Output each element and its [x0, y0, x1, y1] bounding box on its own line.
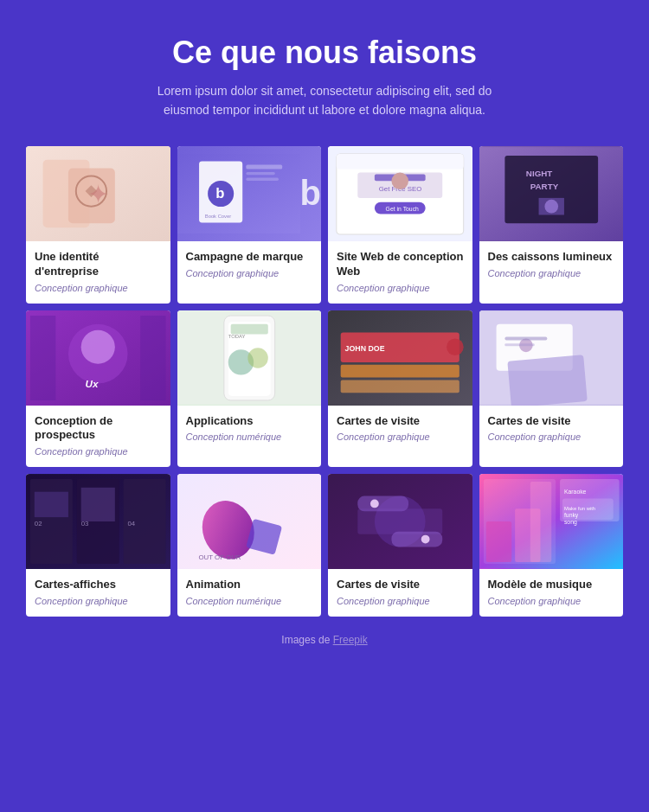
image-animation: OUT OF OUR — [177, 474, 322, 569]
item-title-apps: Applications — [186, 414, 313, 429]
svg-text:Book Cover: Book Cover — [204, 213, 231, 218]
grid-item-cards3: Cartes de visite Conception graphique — [328, 474, 472, 617]
svg-text:PARTY: PARTY — [530, 182, 558, 191]
footer: Images de Freepik — [26, 634, 623, 646]
services-grid: Une identité d'entreprise Conception gra… — [26, 146, 623, 617]
svg-rect-32 — [140, 316, 165, 400]
svg-text:04: 04 — [128, 520, 136, 527]
item-title-cards1: Cartes de visite — [337, 414, 464, 429]
item-subtitle-ux: Conception graphique — [35, 446, 162, 457]
image-lightbox: NIGHT PARTY — [479, 146, 624, 241]
grid-item-campaign: b Book Cover Campagne de marque Concepti… — [177, 146, 322, 304]
image-cards2 — [479, 310, 624, 406]
item-title-cards2: Cartes de visite — [488, 414, 615, 429]
item-subtitle-animation: Conception numérique — [186, 596, 313, 606]
item-info-cards2: Cartes de visite Conception graphique — [479, 406, 624, 453]
image-campaign: b Book Cover — [177, 146, 322, 241]
svg-rect-60 — [81, 488, 115, 521]
svg-text:OUT OF OUR: OUT OF OUR — [198, 553, 241, 561]
item-subtitle-website: Conception graphique — [337, 283, 464, 293]
svg-rect-42 — [341, 364, 459, 377]
svg-text:Get in Touch: Get in Touch — [386, 205, 419, 211]
page-title: Ce que nous faisons — [26, 35, 623, 71]
page-subtitle: Lorem ipsum dolor sit amet, consectetur … — [151, 81, 498, 120]
item-subtitle-apps: Conception numérique — [186, 432, 313, 442]
svg-point-45 — [447, 338, 464, 355]
item-info-campaign: Campagne de marque Conception graphique — [177, 241, 322, 289]
freepik-link[interactable]: Freepik — [333, 634, 368, 646]
svg-text:Make fun with: Make fun with — [563, 507, 594, 512]
item-info-website: Site Web de conception Web Conception gr… — [328, 241, 472, 304]
svg-text:JOHN DOE: JOHN DOE — [345, 344, 385, 353]
grid-item-posters: 02 03 04 Cartes-affiches Conception grap… — [26, 474, 170, 617]
grid-item-cards1: JOHN DOE Cartes de visite Conception gra… — [328, 310, 472, 468]
item-info-posters: Cartes-affiches Conception graphique — [26, 569, 170, 617]
svg-rect-69 — [391, 532, 442, 547]
svg-rect-10 — [246, 172, 274, 175]
item-title-identity: Une identité d'entreprise — [35, 250, 162, 279]
svg-text:02: 02 — [35, 520, 42, 527]
svg-text:b: b — [215, 185, 224, 201]
item-info-music: Modèle de musique Conception graphique — [479, 569, 624, 617]
grid-item-apps: TODAY Applications Conception numérique — [177, 310, 322, 468]
image-music: Karaoke Make fun with funky song — [479, 474, 624, 569]
svg-rect-48 — [507, 355, 588, 406]
svg-point-20 — [391, 172, 408, 189]
item-title-animation: Animation — [186, 578, 313, 592]
image-posters: 02 03 04 — [26, 474, 170, 569]
svg-rect-50 — [504, 336, 547, 340]
svg-text:TODAY: TODAY — [228, 334, 245, 339]
item-title-cards3: Cartes de visite — [337, 578, 464, 592]
svg-point-70 — [370, 500, 379, 508]
item-title-posters: Cartes-affiches — [35, 578, 162, 592]
item-info-apps: Applications Conception numérique — [177, 406, 322, 453]
grid-item-website: Get Free SEO Get in Touch Site Web de co… — [328, 146, 472, 304]
svg-rect-31 — [30, 316, 55, 400]
header-section: Ce que nous faisons Lorem ipsum dolor si… — [26, 35, 623, 120]
footer-text: Images de — [281, 634, 332, 646]
svg-text:Ux: Ux — [86, 378, 99, 389]
svg-rect-67 — [357, 509, 442, 534]
svg-point-29 — [81, 329, 115, 363]
svg-rect-82 — [530, 482, 550, 562]
svg-text:song: song — [563, 519, 576, 526]
image-identity — [26, 146, 170, 241]
svg-rect-43 — [341, 380, 459, 393]
item-info-cards3: Cartes de visite Conception graphique — [328, 569, 472, 617]
item-subtitle-cards1: Conception graphique — [337, 432, 464, 442]
svg-rect-59 — [35, 492, 68, 517]
grid-item-ux: Ux Conception de prospectus Conception g… — [26, 310, 170, 468]
svg-rect-51 — [504, 343, 534, 346]
item-info-identity: Une identité d'entreprise Conception gra… — [26, 241, 170, 304]
image-cards1: JOHN DOE — [328, 310, 472, 406]
item-subtitle-identity: Conception graphique — [35, 283, 162, 293]
item-info-animation: Animation Conception numérique — [177, 569, 322, 617]
item-subtitle-cards3: Conception graphique — [337, 596, 464, 606]
item-subtitle-music: Conception graphique — [488, 596, 615, 606]
item-subtitle-cards2: Conception graphique — [488, 432, 615, 442]
image-apps: TODAY — [177, 310, 322, 406]
svg-text:NIGHT: NIGHT — [525, 169, 551, 178]
svg-point-26 — [544, 200, 558, 214]
item-subtitle-posters: Conception graphique — [35, 596, 162, 606]
svg-rect-11 — [246, 177, 279, 180]
image-ux: Ux — [26, 310, 170, 406]
svg-text:funky: funky — [563, 512, 578, 519]
item-info-ux: Conception de prospectus Conception grap… — [26, 406, 170, 468]
svg-point-38 — [247, 348, 268, 368]
item-title-music: Modèle de musique — [488, 578, 615, 592]
item-title-website: Site Web de conception Web — [337, 250, 464, 279]
grid-item-cards2: Cartes de visite Conception graphique — [479, 310, 624, 468]
item-subtitle-lightbox: Conception graphique — [488, 268, 615, 278]
svg-rect-80 — [485, 521, 511, 562]
image-cards3 — [328, 474, 472, 569]
svg-rect-68 — [357, 496, 408, 512]
grid-item-identity: Une identité d'entreprise Conception gra… — [26, 146, 170, 304]
svg-point-71 — [421, 535, 430, 544]
svg-text:Karaoke: Karaoke — [563, 489, 586, 495]
grid-item-lightbox: NIGHT PARTY Des caissons lumineux Concep… — [479, 146, 624, 304]
svg-rect-9 — [246, 164, 282, 169]
page-container: Ce que nous faisons Lorem ipsum dolor si… — [0, 0, 649, 672]
item-title-lightbox: Des caissons lumineux — [488, 250, 615, 265]
item-subtitle-campaign: Conception graphique — [186, 268, 313, 278]
